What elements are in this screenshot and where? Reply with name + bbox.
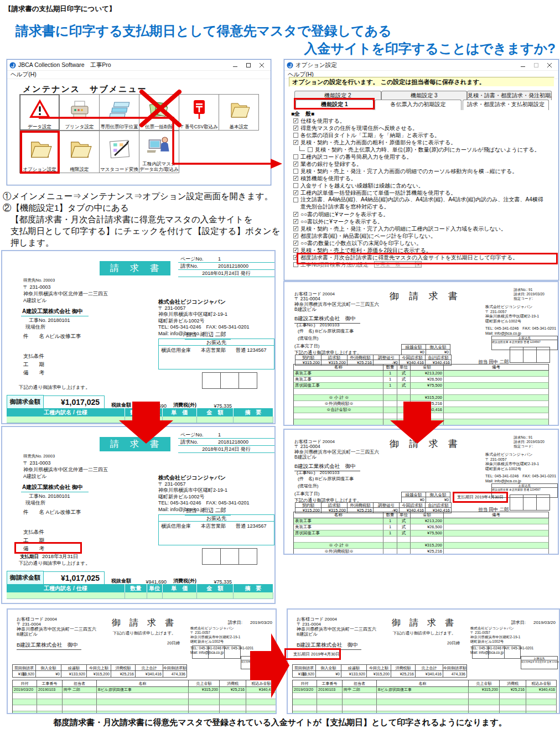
- checkbox[interactable]: ✓: [293, 162, 298, 166]
- option-row[interactable]: ✓ ○○書の数量に小数点以下の末尾0を印字しない。: [291, 240, 556, 247]
- option-row[interactable]: ✓ 積算機能を使用する。: [291, 175, 556, 182]
- tile-master-code-convert[interactable]: マスタコード変換: [99, 131, 139, 173]
- summary-table: 前回御請求額¥133,920 御入金額¥0 繰越額¥133,920 今回売上額¥…: [292, 664, 467, 678]
- option-row[interactable]: ✓ 都度請求書(縦)・納品書(縦)にページ計を印字しない。: [291, 232, 556, 240]
- search-method-dropdown[interactable]: 0 完全一致: [374, 261, 422, 268]
- tile-basic-settings[interactable]: 基本設定: [219, 94, 259, 131]
- maximize-button[interactable]: [530, 60, 543, 70]
- tile-option-settings[interactable]: オプション設定: [19, 131, 60, 173]
- checkbox[interactable]: [293, 183, 298, 188]
- invoice-no: 20181218000: [218, 439, 274, 445]
- checkbox[interactable]: ✓: [293, 219, 298, 224]
- page-no: 1: [218, 256, 274, 262]
- tab-mitsumori-shoki[interactable]: 見積・請書・都度請求・発注初期設定: [467, 91, 552, 100]
- checkbox[interactable]: ✓: [293, 248, 298, 253]
- minimize-button[interactable]: [229, 60, 242, 70]
- step-line: 支払期日として印字する】にチェックを付けて【設定する】ボタンを: [3, 225, 280, 237]
- invoice-a: 請 求 書 ページNo.1 請求No.20181218000 2018年01月2…: [2, 427, 274, 603]
- maximize-button[interactable]: [242, 60, 255, 70]
- checkbox[interactable]: ✓: [293, 255, 298, 260]
- option-label: 都度請求書(縦)・納品書(縦)にページ計を印字しない。: [300, 232, 436, 240]
- detail-table-row: 表装工事1式¥213,200: [294, 518, 549, 524]
- tile-printer-settings[interactable]: プリンタ設定: [59, 94, 100, 131]
- option-row[interactable]: 見積・契約・売上伝票入力時、単位(原)・数量(原)の列にカーソルが飛ばないように…: [291, 146, 556, 153]
- terms-line: 工 期: [23, 360, 44, 368]
- checkbox[interactable]: ✓: [293, 118, 298, 123]
- checkbox[interactable]: ✓: [293, 241, 298, 246]
- checkbox[interactable]: [293, 133, 298, 138]
- request-note: 下記の通り御請求申し上げます。: [19, 384, 90, 391]
- detail-table-header: 日付工事番号担当者名称売上金額消費税税込み金額: [293, 680, 557, 687]
- tile-data-settings[interactable]: データ設定: [19, 94, 60, 131]
- books-icon: [148, 95, 170, 124]
- option-row[interactable]: 入金サイトを越えない繰越額は繰越に含めない。: [291, 182, 556, 189]
- minimize-button[interactable]: [516, 60, 530, 70]
- invoice-date: 請求日: 2019/03/20: [514, 440, 545, 444]
- tile-permission-settings[interactable]: 権限設定: [59, 131, 100, 173]
- tab-kinousettei-2[interactable]: 機能設定 2: [294, 91, 381, 100]
- payment-due-date: 支払期日2018年3月31日: [20, 553, 78, 560]
- request-note: 下記の通り御請求申し上げます。: [393, 631, 456, 636]
- checkbox[interactable]: ✓: [293, 140, 298, 145]
- master-code-icon: [107, 131, 132, 167]
- option-row[interactable]: 工種内訳コードの番号簡易入力を使用する。: [291, 153, 556, 160]
- tab-kinousettei-3[interactable]: 機能設定 3: [381, 91, 467, 100]
- option-row[interactable]: ✓ 仕様を使用する。: [291, 117, 556, 124]
- customer-address: 〒 231-0004神奈川県横浜市中区元浜町一二三四五六B建設ビル: [17, 622, 96, 637]
- customer-address: 〒 231-0003 神奈川県横浜市中区北仲通一二三四五 A建設ビル: [23, 284, 108, 304]
- close-button[interactable]: [543, 60, 556, 70]
- checkbox[interactable]: ✓: [293, 126, 298, 131]
- option-label: 注文請書、A4納品(縦)、A4納品(縦)内訳のみ、A4請求(縦)、A4請求(縦)…: [300, 196, 547, 210]
- option-row[interactable]: ✓ 見積・契約・売上入力画面の粗利・原価部分を常に表示する。: [291, 139, 556, 146]
- checkbox[interactable]: [308, 147, 313, 152]
- option-row[interactable]: 見積・契約・売上・発注・完了入力画面の明細でのカーソル移動方向を横→縦にする。: [291, 168, 556, 175]
- checkbox[interactable]: [293, 154, 298, 159]
- option-row[interactable]: ✓ 業者の銀行を登録する。: [291, 160, 556, 168]
- payment-due-date: 支払期日 2019年4月30日: [457, 494, 508, 500]
- option-row[interactable]: ✓ 見積・契約・売上で粗利・原価を2段目に表示する。: [291, 247, 556, 254]
- tile-slip-bulk-delete[interactable]: 伝票一括削除: [139, 94, 179, 131]
- checkbox[interactable]: [293, 197, 298, 202]
- option-row[interactable]: 注文請書、A4納品(縦)、A4納品(縦)内訳のみ、A4請求(縦)、A4請求(縦)…: [291, 196, 556, 211]
- option-row[interactable]: ✓ 得意先マスタの住所を現場住所へ反映させる。: [291, 124, 556, 132]
- option-row[interactable]: ✓ 工種内訳単価一括登録画面にて単価一括計算機能を使用する。: [291, 189, 556, 196]
- checkbox[interactable]: ✓: [293, 176, 298, 181]
- checkbox[interactable]: [293, 169, 298, 174]
- title-bar: JBCA Collection Software 工事Pro: [7, 60, 271, 71]
- option-row[interactable]: ✓ 都度請求書・月次合計請求書に得意先マスタの入金サイトを支払期日として印字する…: [291, 254, 556, 261]
- checkbox[interactable]: ✓: [293, 212, 298, 217]
- close-button[interactable]: [255, 60, 268, 70]
- checkbox[interactable]: ✓: [293, 190, 298, 195]
- checkbox[interactable]: [293, 262, 298, 267]
- invoice-b-screenshot-after: お客様コード 20004 〒 231-0004神奈川県横浜市中区元浜町一二三四五…: [283, 429, 559, 555]
- customer-address: 〒 231-0004神奈川県横浜市中区元浜町一二三四五六B建設ビル: [294, 444, 379, 460]
- tile-koshu-master-io[interactable]: 工種内訳マスタ データ出力/取込み: [139, 131, 179, 173]
- option-row[interactable]: ✓ 見積・契約・売上・発注・完了入力の明細に工種内訳コード入力域を表示しない。: [291, 225, 556, 232]
- option-row[interactable]: ✓ ○○書の明細に¥マークを表示する。: [291, 211, 556, 218]
- invoice-date: 請求日:2019/03/20: [228, 620, 272, 626]
- issuer-contact: TEL: 045-341-0246 FAX: 045-341-0201 Mail…: [190, 646, 253, 655]
- detail-table-row: 2019/03/2020190103田中 二郎Bビル原状回復工事¥315,200…: [293, 687, 557, 693]
- tab-seikyu-shoki[interactable]: 請求・都度請求・支払初期設定: [463, 100, 549, 110]
- summary-col: 消費税額¥25,216: [111, 665, 136, 677]
- addressee: B建設工業株式会社 御中: [297, 642, 361, 650]
- detail-table-row: [294, 413, 549, 419]
- address: 神奈川県横浜市中区北仲通一二三四五: [23, 290, 108, 297]
- checkbox[interactable]: ✓: [293, 233, 298, 238]
- bank-detail: 横浜信用金庫 本店営業部 普通 1234567: [159, 522, 274, 530]
- issuer-tel: TEL: 045-341-0246: [158, 500, 201, 506]
- tab-denpyo-shoki[interactable]: 各伝票入力の初期設定: [375, 100, 462, 110]
- invoice-date: 請求日:2019/03/20: [511, 620, 556, 626]
- option-row[interactable]: 各伝票の項目タイトル「工期」を「納期」と表示する。: [291, 132, 556, 139]
- tile-slip-print-position[interactable]: 専用伝票印字位置: [99, 94, 139, 131]
- building: A建設ビル: [23, 473, 108, 480]
- step-line: 【都度請求書・月次合計請求書に得意先マスタの入金サイトを: [3, 214, 280, 225]
- tile-postal-csv-import[interactable]: 〒番号CSV取込み: [179, 94, 219, 131]
- option-row[interactable]: ✓ ○○書以外に¥マークを表示する。: [291, 218, 556, 225]
- invoice-monthly-screenshot-before: お客様コード 20004 〒 231-0004神奈川県横浜市中区元浜町一二三四五…: [7, 608, 277, 714]
- checkbox[interactable]: ✓: [293, 226, 298, 231]
- customer-address: 〒 231-0004神奈川県横浜市中区元浜町一二三四五六B建設ビル: [294, 296, 379, 313]
- tab-kinousettei-1[interactable]: 機能設定 1: [295, 100, 374, 110]
- invoice-title: 御 請 求 書: [390, 290, 462, 303]
- help-menu[interactable]: ヘルプ(H): [11, 71, 37, 79]
